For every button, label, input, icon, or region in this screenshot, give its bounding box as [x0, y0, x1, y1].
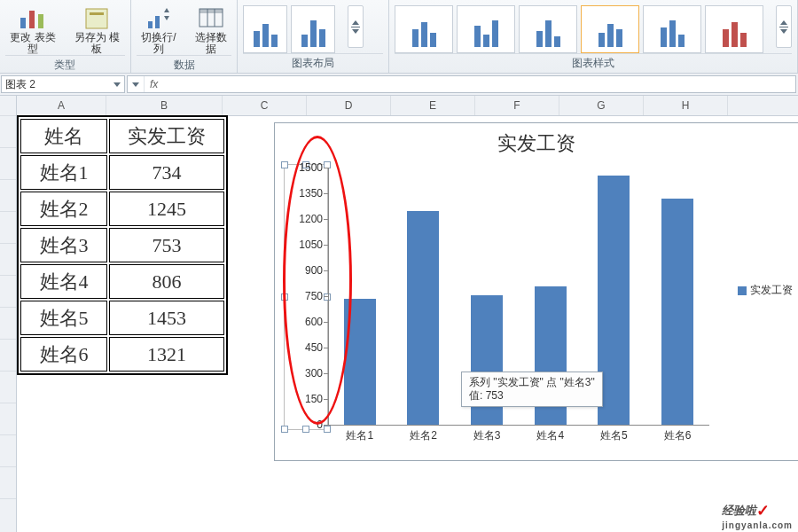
row-headers[interactable] [0, 96, 17, 532]
save-as-template-button[interactable]: 另存为 模板 [69, 2, 124, 55]
chart-x-axis[interactable]: 姓名1姓名2姓名3姓名4姓名5姓名6 [328, 428, 709, 443]
layout-option[interactable] [243, 5, 287, 53]
style-option[interactable] [581, 5, 639, 53]
ribbon: 更改 表类型 另存为 模板 类型 切换行/列 选择数据 数据 [0, 0, 798, 74]
table-row: 姓名61321 [20, 337, 224, 372]
group-title-layout: 图表布局 [243, 53, 383, 74]
formula-expand-icon[interactable] [128, 76, 145, 92]
chart-bar[interactable] [661, 199, 693, 425]
col-B[interactable]: B [106, 96, 223, 115]
switch-row-col-button[interactable]: 切换行/列 [137, 2, 182, 55]
x-tick-label: 姓名3 [473, 428, 501, 443]
y-tick-mark [324, 373, 328, 374]
chart-title[interactable]: 实发工资 [275, 123, 798, 160]
style-option[interactable] [519, 5, 577, 53]
switch-row-col-label: 切换行/列 [137, 32, 182, 55]
name-box-value: 图表 2 [5, 77, 35, 92]
legend-swatch [738, 286, 747, 295]
watermark-url: jingyanla.com [722, 520, 793, 530]
table-row: 姓名3753 [20, 228, 224, 262]
watermark: 经验啦✓ jingyanla.com [722, 501, 793, 530]
y-tick-mark [324, 270, 328, 271]
y-tick-mark [324, 168, 328, 168]
svg-rect-2 [38, 14, 43, 28]
y-tick-label: 1500 [299, 161, 323, 174]
y-tick-mark [324, 425, 328, 426]
y-tick-mark [324, 245, 328, 246]
style-option[interactable] [395, 5, 453, 53]
ribbon-group-type: 更改 表类型 另存为 模板 类型 [0, 0, 131, 73]
col-E[interactable]: E [391, 96, 475, 115]
change-chart-type-button[interactable]: 更改 表类型 [5, 2, 60, 55]
formula-input-area[interactable]: fx [127, 75, 796, 93]
y-tick-label: 450 [305, 341, 323, 354]
col-G[interactable]: G [559, 96, 644, 115]
table-row: 姓名实发工资 [20, 119, 224, 153]
ribbon-group-data: 切换行/列 选择数据 数据 [131, 0, 239, 73]
y-tick-label: 300 [305, 367, 323, 379]
table-row: 姓名51453 [20, 301, 224, 335]
svg-rect-8 [200, 9, 223, 13]
col-F[interactable]: F [475, 96, 559, 115]
ribbon-group-layout: 图表布局 [238, 0, 389, 73]
style-gallery[interactable] [395, 2, 763, 53]
y-tick-mark [324, 348, 328, 348]
svg-rect-1 [29, 11, 35, 28]
name-box[interactable]: 图表 2 [1, 75, 125, 93]
y-tick-label: 0 [317, 419, 323, 431]
layout-gallery[interactable] [243, 2, 335, 53]
data-table[interactable]: 姓名实发工资 姓名1734 姓名21245 姓名3753 姓名4806 姓名51… [17, 115, 228, 375]
col-D[interactable]: D [307, 96, 391, 115]
col-C[interactable]: C [223, 96, 307, 115]
svg-rect-6 [155, 16, 160, 28]
chart-legend[interactable]: 实发工资 [738, 283, 793, 298]
y-tick-mark [324, 399, 328, 400]
layout-option[interactable] [291, 5, 335, 53]
style-option[interactable] [643, 5, 701, 53]
y-tick-label: 1200 [299, 213, 323, 225]
style-option[interactable] [457, 5, 515, 53]
chart-bar[interactable] [598, 176, 630, 425]
style-gallery-expander[interactable] [776, 5, 792, 48]
embedded-chart[interactable]: 实发工资 01503004506007509001050120013501500… [274, 122, 798, 461]
check-icon: ✓ [756, 502, 770, 520]
col-H[interactable]: H [644, 96, 728, 115]
group-title-data: 数据 [137, 55, 232, 75]
column-headers[interactable]: A B C D E F G H [17, 96, 798, 116]
select-data-button[interactable]: 选择数据 [190, 2, 231, 55]
y-tick-label: 900 [305, 264, 323, 277]
y-tick-mark [324, 322, 328, 323]
svg-rect-3 [86, 9, 107, 28]
x-tick-label: 姓名5 [600, 428, 628, 443]
group-title-style: 图表样式 [395, 53, 792, 74]
tooltip-line2: 值: 753 [469, 389, 595, 403]
chart-bar[interactable] [407, 211, 439, 425]
tooltip-line1: 系列 "实发工资" 点 "姓名3" [469, 376, 595, 389]
x-axis-line [328, 425, 709, 426]
fx-label: fx [145, 78, 163, 90]
y-tick-label: 600 [305, 316, 323, 328]
select-data-icon [197, 5, 225, 30]
worksheet-area: A B C D E F G H 姓名实发工资 姓名1734 姓名21245 姓名… [0, 96, 798, 532]
chart-bar[interactable] [344, 299, 376, 425]
chevron-down-icon[interactable] [113, 82, 121, 87]
y-tick-mark [324, 296, 328, 297]
svg-rect-5 [148, 21, 153, 28]
style-option[interactable] [705, 5, 763, 53]
save-as-template-label: 另存为 模板 [69, 32, 124, 55]
change-chart-type-label: 更改 表类型 [5, 32, 60, 55]
col-A[interactable]: A [17, 96, 106, 115]
switch-row-col-icon [145, 5, 173, 30]
watermark-brand: 经验啦 [722, 504, 756, 517]
x-tick-label: 姓名6 [664, 428, 692, 443]
table-row: 姓名21245 [20, 192, 224, 226]
select-data-label: 选择数据 [190, 32, 231, 55]
y-tick-label: 150 [305, 393, 323, 405]
chart-type-icon [19, 5, 47, 30]
y-tick-label: 750 [305, 290, 323, 302]
layout-gallery-expander[interactable] [348, 5, 364, 48]
formula-bar: 图表 2 fx [0, 74, 798, 96]
chart-y-axis[interactable]: 01503004506007509001050120013501500 [286, 168, 326, 425]
svg-rect-4 [90, 12, 104, 15]
x-tick-label: 姓名4 [536, 428, 564, 443]
